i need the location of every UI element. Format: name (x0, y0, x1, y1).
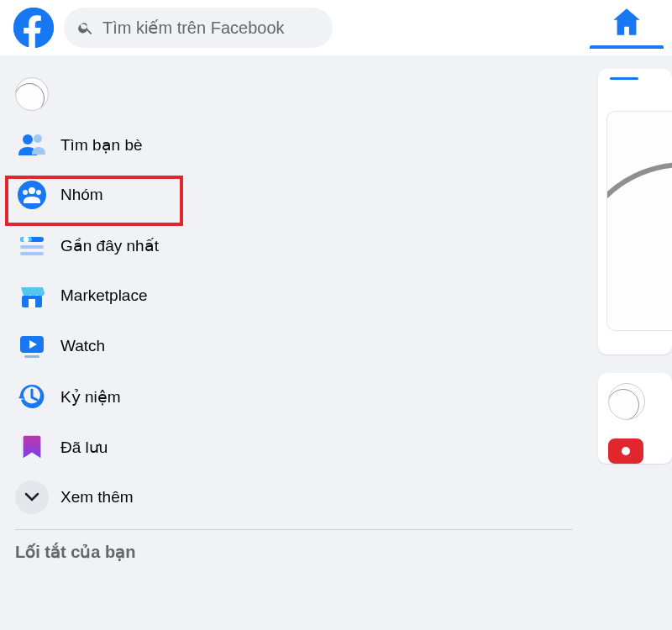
sidebar-item-label: Watch (60, 337, 105, 355)
sidebar-item-watch[interactable]: Watch (7, 323, 581, 370)
feed-column (588, 55, 672, 630)
card-image (606, 111, 672, 331)
sidebar-item-label: Kỷ niệm (60, 387, 121, 407)
svg-rect-10 (20, 252, 44, 255)
sidebar: Tìm bạn bè Nhóm (0, 55, 588, 630)
sidebar-item-see-more[interactable]: Xem thêm (7, 474, 581, 521)
watch-icon (15, 329, 49, 363)
svg-rect-15 (24, 355, 39, 358)
sidebar-item-find-friends[interactable]: Tìm bạn bè (7, 121, 581, 168)
sidebar-item-label: Marketplace (60, 286, 148, 305)
svg-point-1 (23, 134, 33, 144)
sidebar-item-memories[interactable]: Kỷ niệm (7, 373, 581, 420)
feed-card[interactable] (598, 373, 672, 464)
sidebar-item-recent[interactable]: Gần đây nhất (7, 222, 581, 269)
profile-avatar-icon (15, 77, 49, 111)
sidebar-item-groups[interactable]: Nhóm (7, 171, 581, 218)
marketplace-icon (15, 279, 49, 312)
live-badge[interactable] (608, 438, 643, 464)
search-input[interactable]: Tìm kiếm trên Facebook (64, 8, 333, 48)
sidebar-item-label: Nhóm (60, 186, 103, 204)
sidebar-item-label: Xem thêm (60, 488, 134, 507)
avatar[interactable] (608, 383, 645, 420)
sidebar-item-marketplace[interactable]: Marketplace (7, 272, 581, 319)
header: Tìm kiếm trên Facebook (0, 0, 672, 55)
memories-icon (15, 380, 49, 413)
card-header (598, 69, 672, 104)
svg-point-3 (18, 181, 46, 209)
tab-home[interactable] (590, 5, 664, 49)
shortcuts-heading: Lối tắt của bạn (7, 542, 581, 562)
sidebar-item-saved[interactable]: Đã lưu (7, 423, 581, 470)
main: Tìm bạn bè Nhóm (0, 55, 672, 630)
recent-icon (15, 228, 49, 262)
search-placeholder: Tìm kiếm trên Facebook (102, 18, 285, 38)
svg-point-6 (36, 190, 41, 195)
accent-line (610, 77, 638, 80)
svg-point-5 (23, 190, 28, 195)
svg-rect-9 (20, 245, 44, 249)
search-icon (77, 19, 94, 36)
tab-home-underline (590, 45, 664, 49)
facebook-logo[interactable] (13, 8, 54, 48)
friends-icon (15, 128, 49, 161)
saved-icon (15, 430, 49, 464)
sidebar-item-label: Tìm bạn bè (60, 135, 143, 155)
svg-point-2 (34, 134, 42, 143)
groups-icon (15, 178, 49, 212)
svg-point-11 (24, 237, 29, 242)
svg-point-4 (29, 187, 35, 194)
sidebar-item-label: Gần đây nhất (60, 236, 159, 255)
divider (15, 529, 573, 530)
home-icon (610, 5, 643, 39)
sidebar-item-label: Đã lưu (60, 438, 108, 457)
sidebar-item-profile[interactable] (7, 71, 581, 118)
feed-card[interactable] (598, 69, 672, 354)
svg-rect-13 (29, 299, 35, 307)
chevron-down-icon (15, 480, 49, 514)
facebook-icon (13, 8, 54, 48)
dot-icon (622, 447, 630, 455)
